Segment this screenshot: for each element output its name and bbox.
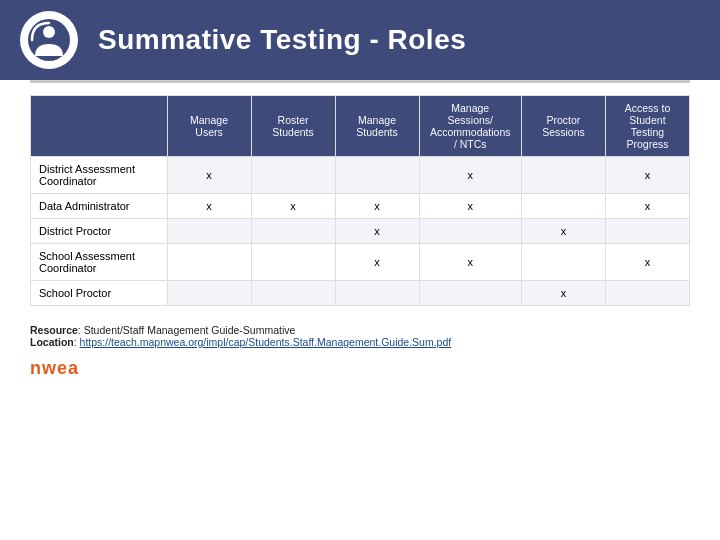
cell-manage_users: x <box>167 157 251 194</box>
cell-proctor_sessions: x <box>521 219 605 244</box>
cell-role: Data Administrator <box>31 194 168 219</box>
table-row: School Proctorx <box>31 281 690 306</box>
footer: Resource: Student/Staff Management Guide… <box>0 316 720 354</box>
cell-manage_sessions: x <box>419 194 521 219</box>
cell-roster_students <box>251 157 335 194</box>
cell-manage_students: x <box>335 194 419 219</box>
cell-roster_students <box>251 281 335 306</box>
svg-point-1 <box>43 26 55 38</box>
main-content: Manage Users Roster Students Manage Stud… <box>0 83 720 316</box>
cell-manage_students <box>335 281 419 306</box>
cell-role: District Proctor <box>31 219 168 244</box>
logo-circle <box>20 11 78 69</box>
resource-label: Resource <box>30 324 78 336</box>
cell-manage_users <box>167 281 251 306</box>
cell-proctor_sessions <box>521 157 605 194</box>
nwea-logo-area: nwea <box>0 354 720 383</box>
cell-manage_students <box>335 157 419 194</box>
cell-access_progress <box>605 281 689 306</box>
header: Summative Testing - Roles <box>0 0 720 80</box>
table-row: District Assessment Coordinatorxxx <box>31 157 690 194</box>
table-row: School Assessment Coordinatorxxx <box>31 244 690 281</box>
resource-text: : Student/Staff Management Guide-Summati… <box>78 324 296 336</box>
location-line: Location: https://teach.mapnwea.org/impl… <box>30 336 690 348</box>
location-label: Location <box>30 336 74 348</box>
nwea-logo-icon <box>27 18 71 62</box>
cell-roster_students <box>251 219 335 244</box>
cell-access_progress <box>605 219 689 244</box>
cell-role: School Proctor <box>31 281 168 306</box>
cell-proctor_sessions <box>521 194 605 219</box>
cell-roster_students <box>251 244 335 281</box>
cell-access_progress: x <box>605 244 689 281</box>
cell-role: District Assessment Coordinator <box>31 157 168 194</box>
cell-roster_students: x <box>251 194 335 219</box>
resource-line: Resource: Student/Staff Management Guide… <box>30 324 690 336</box>
col-header-manage-students: Manage Students <box>335 96 419 157</box>
cell-manage_students: x <box>335 244 419 281</box>
roles-table: Manage Users Roster Students Manage Stud… <box>30 95 690 306</box>
cell-access_progress: x <box>605 157 689 194</box>
cell-role: School Assessment Coordinator <box>31 244 168 281</box>
table-row: District Proctorxx <box>31 219 690 244</box>
col-header-manage-users: Manage Users <box>167 96 251 157</box>
table-header-row: Manage Users Roster Students Manage Stud… <box>31 96 690 157</box>
col-header-access-progress: Access to Student Testing Progress <box>605 96 689 157</box>
cell-manage_students: x <box>335 219 419 244</box>
col-header-roster-students: Roster Students <box>251 96 335 157</box>
cell-manage_sessions <box>419 219 521 244</box>
cell-manage_users: x <box>167 194 251 219</box>
cell-proctor_sessions <box>521 244 605 281</box>
col-header-manage-sessions: Manage Sessions/ Accommodations / NTCs <box>419 96 521 157</box>
col-header-role <box>31 96 168 157</box>
cell-manage_sessions: x <box>419 244 521 281</box>
location-link[interactable]: https://teach.mapnwea.org/impl/cap/Stude… <box>80 336 452 348</box>
table-row: Data Administratorxxxxx <box>31 194 690 219</box>
cell-manage_sessions: x <box>419 157 521 194</box>
cell-proctor_sessions: x <box>521 281 605 306</box>
cell-access_progress: x <box>605 194 689 219</box>
cell-manage_users <box>167 244 251 281</box>
page-title: Summative Testing - Roles <box>98 24 466 56</box>
nwea-logo-text: nwea <box>30 358 79 379</box>
cell-manage_sessions <box>419 281 521 306</box>
cell-manage_users <box>167 219 251 244</box>
col-header-proctor-sessions: Proctor Sessions <box>521 96 605 157</box>
